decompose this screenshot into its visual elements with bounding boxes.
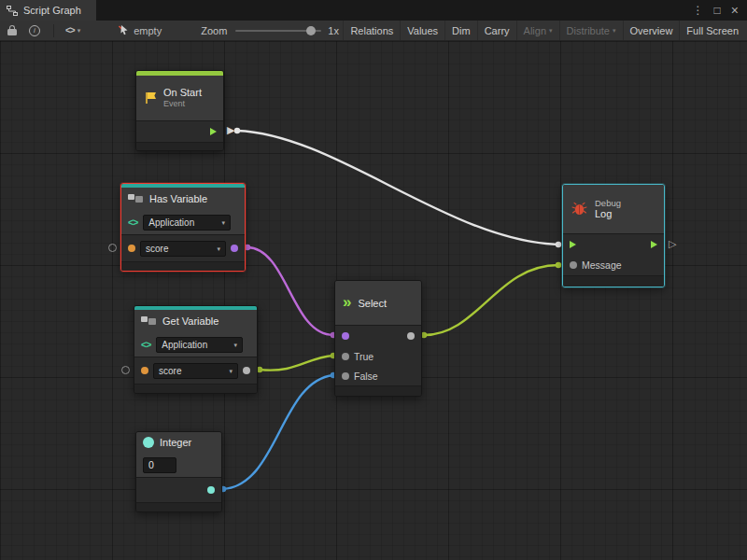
integer-circle-icon	[143, 437, 154, 448]
chevron-down-icon: ▾	[221, 219, 225, 226]
toolbar-buttons: Relations Values Dim Carry Align▾ Distri…	[343, 21, 747, 40]
variable-scope-dropdown[interactable]: Application ▾	[143, 215, 231, 231]
condition-input-port[interactable]	[342, 332, 349, 340]
window-menu-icon[interactable]: ⋮	[693, 5, 704, 16]
node-select[interactable]: » Select True False	[334, 280, 422, 397]
scope-value: Application	[162, 340, 207, 350]
select-chevrons-icon: »	[343, 294, 351, 310]
wire-get-variable-to-select-true[interactable]	[260, 356, 333, 371]
chevron-down-icon: ▾	[233, 342, 237, 348]
variable-name-dropdown[interactable]: score ▾	[153, 363, 238, 379]
chevron-down-icon: ▾	[613, 27, 616, 35]
false-port-label: False	[354, 371, 378, 382]
chevron-down-icon: ▾	[229, 368, 233, 374]
lock-icon[interactable]	[7, 25, 17, 35]
node-title: Log	[595, 208, 621, 220]
node-title: Select	[358, 298, 387, 309]
event-flag-icon	[144, 91, 157, 105]
variable-icon	[141, 315, 157, 328]
code-units-icon[interactable]: <>	[65, 25, 75, 35]
integer-value-input[interactable]	[143, 457, 176, 473]
code-icon: <>	[141, 339, 150, 350]
close-icon[interactable]: ×	[731, 4, 739, 17]
flow-input-port[interactable]	[570, 241, 576, 248]
wire-has-variable-to-select[interactable]	[247, 247, 333, 335]
overview-button[interactable]: Overview	[623, 21, 680, 40]
unconnected-input-ring[interactable]	[121, 366, 130, 374]
zoom-slider-knob[interactable]	[306, 26, 316, 35]
node-get-variable[interactable]: Get Variable <> Application ▾ score ▾	[134, 305, 258, 394]
zoom-label: Zoom	[201, 25, 227, 36]
relations-button[interactable]: Relations	[343, 21, 400, 40]
tab-title: Script Graph	[23, 5, 81, 16]
true-input-port[interactable]	[342, 353, 349, 360]
variable-name-value: score	[159, 366, 181, 376]
variable-name-input-port[interactable]	[141, 367, 148, 374]
node-title: Has Variable	[149, 193, 207, 204]
variable-icon	[128, 193, 144, 205]
node-title: On Start	[163, 87, 202, 99]
flow-in-marker[interactable]: ▷	[669, 239, 676, 249]
maximize-icon[interactable]: □	[714, 5, 721, 16]
node-debug-log[interactable]: Debug Log Message	[562, 184, 665, 287]
node-on-start[interactable]: On Start Event	[135, 70, 224, 151]
value-output-port[interactable]	[243, 367, 250, 374]
variable-name-input-port[interactable]	[128, 245, 135, 252]
message-port-label: Message	[582, 259, 622, 271]
message-input-port[interactable]	[570, 261, 577, 269]
boolean-output-port[interactable]	[231, 245, 238, 252]
full-screen-button[interactable]: Full Screen	[679, 21, 745, 40]
flow-out-marker[interactable]: ▶	[227, 125, 234, 135]
script-graph-window: Script Graph ⋮ □ × i <> ▾ empty Zoom 1x …	[0, 0, 747, 560]
node-title: Get Variable	[162, 315, 218, 327]
chevron-down-icon: ▾	[549, 27, 553, 35]
node-category: Debug	[595, 198, 621, 208]
graph-toolbar: i <> ▾ empty Zoom 1x Relations Values Di…	[0, 21, 747, 41]
scope-value: Application	[148, 217, 194, 228]
zoom-value: 1x	[328, 25, 339, 36]
node-subtitle: Event	[163, 99, 202, 109]
dim-button[interactable]: Dim	[444, 21, 477, 40]
true-port-label: True	[354, 351, 374, 362]
variable-name-dropdown[interactable]: score ▾	[140, 241, 226, 257]
info-icon[interactable]: i	[29, 25, 40, 36]
distribute-button[interactable]: Distribute▾	[559, 21, 623, 40]
selection-status: empty	[134, 25, 162, 36]
window-controls: ⋮ □ ×	[693, 0, 747, 21]
tab-script-graph[interactable]: Script Graph	[0, 0, 96, 21]
node-integer[interactable]: Integer	[135, 431, 222, 512]
bug-icon	[571, 202, 588, 217]
chevron-down-icon: ▾	[217, 245, 220, 252]
variable-name-value: score	[146, 244, 168, 254]
wire-on-start-to-log[interactable]	[237, 131, 558, 245]
flow-output-port[interactable]	[210, 128, 217, 135]
title-bar: Script Graph ⋮ □ ×	[0, 0, 747, 21]
false-input-port[interactable]	[342, 372, 349, 380]
code-icon: <>	[128, 217, 137, 228]
result-output-port[interactable]	[407, 332, 415, 340]
flow-output-port[interactable]	[651, 241, 657, 248]
script-graph-icon	[7, 6, 18, 16]
selection-cursor-icon	[118, 24, 130, 36]
chevron-down-icon: ▾	[78, 27, 81, 35]
integer-output-port[interactable]	[207, 486, 215, 494]
wire-select-to-log-message[interactable]	[424, 265, 558, 335]
node-title: Integer	[160, 437, 191, 448]
align-button[interactable]: Align▾	[516, 21, 559, 40]
variable-scope-dropdown[interactable]: Application ▾	[156, 337, 243, 353]
graph-canvas[interactable]: ▶ ▷ On Start Event	[0, 41, 747, 560]
unconnected-input-ring[interactable]	[108, 244, 117, 252]
carry-button[interactable]: Carry	[477, 21, 516, 40]
values-button[interactable]: Values	[400, 21, 444, 40]
zoom-slider[interactable]	[235, 25, 321, 36]
toolbar-separator	[53, 24, 54, 37]
node-has-variable[interactable]: Has Variable <> Application ▾ score ▾	[120, 183, 246, 272]
